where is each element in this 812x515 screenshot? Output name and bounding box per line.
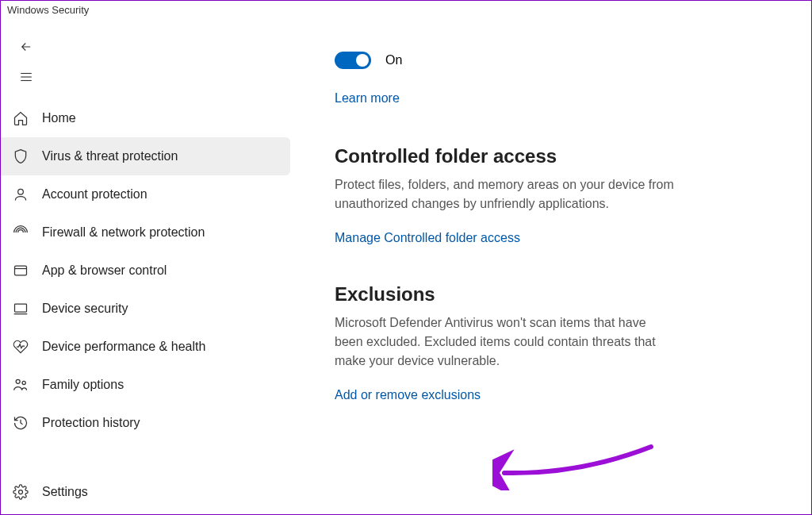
device-security-icon — [12, 300, 29, 317]
sidebar-item-home[interactable]: Home — [1, 99, 290, 137]
sidebar-item-protection-history[interactable]: Protection history — [1, 404, 290, 442]
protection-toggle[interactable] — [335, 52, 371, 69]
learn-more-link[interactable]: Learn more — [335, 91, 400, 106]
sidebar-item-label: Virus & threat protection — [42, 149, 178, 163]
sidebar-item-account-protection[interactable]: Account protection — [1, 175, 290, 213]
controlled-folder-heading: Controlled folder access — [335, 145, 779, 167]
sidebar-item-label: Protection history — [42, 416, 140, 430]
sidebar-item-label: Device performance & health — [42, 340, 205, 354]
svg-point-10 — [19, 490, 23, 494]
home-icon — [12, 110, 29, 127]
exclusions-description: Microsoft Defender Antivirus won't scan … — [335, 313, 676, 371]
sidebar-item-label: Firewall & network protection — [42, 225, 205, 240]
svg-rect-4 — [15, 266, 27, 275]
sidebar-item-label: App & browser control — [42, 263, 167, 278]
main-content: On Learn more Controlled folder access P… — [290, 20, 811, 514]
sidebar-item-label: Family options — [42, 378, 124, 392]
sidebar-item-settings[interactable]: Settings — [1, 473, 290, 511]
add-remove-exclusions-link[interactable]: Add or remove exclusions — [335, 388, 481, 402]
svg-point-9 — [22, 381, 25, 384]
account-icon — [12, 186, 29, 203]
sidebar-item-firewall[interactable]: Firewall & network protection — [1, 213, 290, 252]
sidebar: Home Virus & threat protection Account p… — [1, 20, 290, 514]
sidebar-item-family[interactable]: Family options — [1, 366, 290, 404]
sidebar-item-label: Settings — [42, 485, 88, 499]
sidebar-item-device-security[interactable]: Device security — [1, 290, 290, 328]
back-button[interactable] — [12, 33, 40, 61]
family-icon — [12, 376, 29, 394]
svg-point-3 — [18, 189, 24, 194]
sidebar-item-app-browser[interactable]: App & browser control — [1, 252, 290, 290]
sidebar-item-label: Home — [42, 111, 76, 125]
sidebar-item-label: Device security — [42, 302, 128, 316]
exclusions-heading: Exclusions — [335, 283, 779, 306]
hamburger-menu-button[interactable] — [12, 63, 40, 91]
exclusions-section: Exclusions Microsoft Defender Antivirus … — [335, 283, 779, 402]
health-icon — [12, 338, 29, 356]
app-browser-icon — [12, 262, 29, 279]
shield-icon — [12, 148, 29, 165]
svg-rect-6 — [15, 304, 27, 312]
firewall-icon — [12, 224, 29, 241]
controlled-folder-section: Controlled folder access Protect files, … — [335, 145, 779, 245]
svg-point-8 — [16, 379, 20, 383]
controlled-folder-description: Protect files, folders, and memory areas… — [335, 175, 676, 213]
manage-controlled-folder-link[interactable]: Manage Controlled folder access — [335, 231, 520, 245]
sidebar-item-label: Account protection — [42, 187, 147, 202]
gear-icon — [12, 483, 29, 501]
sidebar-item-virus-threat[interactable]: Virus & threat protection — [1, 137, 290, 175]
toggle-state-label: On — [385, 53, 402, 67]
window-title: Windows Security — [1, 1, 811, 20]
sidebar-item-device-performance[interactable]: Device performance & health — [1, 328, 290, 366]
history-icon — [12, 414, 29, 432]
